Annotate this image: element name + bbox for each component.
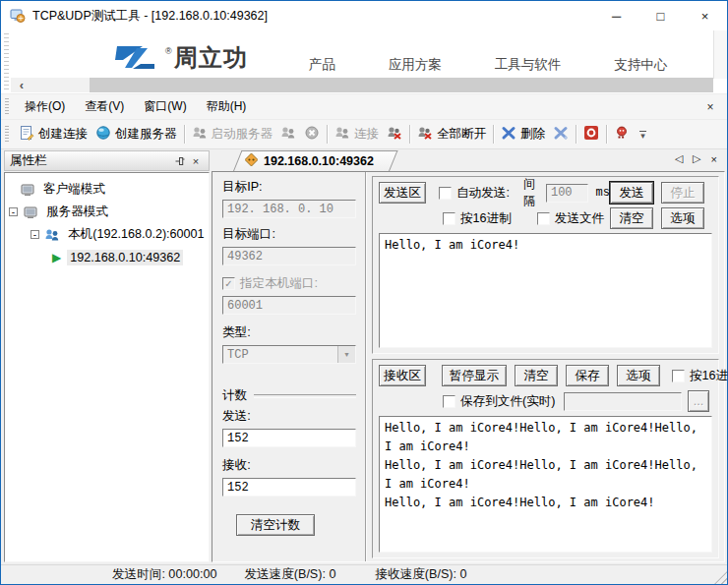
debug-tool-button[interactable] [610, 123, 634, 146]
send-file-label: 发送文件 [555, 210, 604, 227]
toolbar-grip[interactable] [5, 126, 9, 143]
menu-view[interactable]: 查看(V) [75, 94, 134, 119]
create-server-button[interactable]: 创建服务器 [91, 123, 181, 146]
debug-creature-icon [614, 125, 630, 144]
close-button[interactable]: × [683, 1, 727, 30]
toolbar-overflow-button[interactable]: ▾ [636, 131, 650, 139]
receive-area: 接收区 暂停显示 清空 保存 选项 按16进制 [372, 359, 719, 558]
sent-count-field[interactable]: 152 [222, 429, 356, 447]
pause-server-button[interactable] [276, 123, 300, 146]
scroll-left-arrow-icon[interactable]: ‹ [11, 78, 32, 92]
save-file-path-field[interactable] [564, 392, 682, 411]
tree-item-local-server[interactable]: - 本机(192.168.0.2):60001 [9, 223, 207, 246]
local-port-checkbox[interactable]: ✓ [222, 277, 235, 290]
receive-options-button[interactable]: 选项 [617, 365, 660, 386]
toolbar-separator [576, 125, 576, 144]
main-area: 属性栏 × 客户端模式 - 服务器模式 [1, 149, 727, 564]
browse-file-button[interactable]: ... [688, 390, 709, 412]
start-server-button[interactable]: 启动服务器 [188, 123, 277, 146]
clear-count-button[interactable]: 清空计数 [236, 514, 315, 536]
interval-field[interactable]: 100 [546, 184, 588, 203]
tree-item-connection[interactable]: ▶ 192.168.0.10:49362 [9, 246, 207, 268]
send-clear-button[interactable]: 清空 [610, 207, 653, 229]
nav-solutions[interactable]: 应用方案 [389, 56, 442, 74]
connect-button[interactable]: 连接 [331, 123, 383, 146]
nav-products[interactable]: 产品 [309, 56, 335, 74]
delete-all-button[interactable] [549, 123, 573, 146]
send-area: 发送区 自动发送: 间隔 100 ms 发送 停止 [372, 176, 719, 354]
stop-button[interactable]: 停止 [661, 182, 704, 204]
tab-scroll-left-icon[interactable]: ◁ [675, 152, 683, 165]
send-area-button[interactable]: 发送区 [379, 182, 426, 204]
menu-help[interactable]: 帮助(H) [197, 94, 257, 119]
stop-circle-icon [304, 125, 320, 144]
local-port-field[interactable]: 60001 [222, 296, 356, 315]
resize-grip[interactable] [714, 571, 727, 584]
send-options-button[interactable]: 选项 [661, 207, 704, 229]
server-users-icon [44, 227, 60, 243]
maximize-button[interactable]: □ [638, 1, 683, 30]
auto-send-checkbox[interactable] [439, 187, 452, 200]
chevron-down-icon[interactable]: ▼ [337, 346, 355, 363]
scrollbar-thumb[interactable] [90, 78, 713, 92]
stop-server-button[interactable] [300, 123, 324, 146]
menu-operation[interactable]: 操作(O) [15, 94, 75, 119]
tab-close-icon[interactable]: × [711, 153, 717, 165]
send-hex-label: 按16进制 [460, 210, 512, 227]
active-connection-play-icon: ▶ [52, 251, 61, 264]
type-select[interactable]: TCP ▼ [222, 345, 356, 364]
minimize-button[interactable]: ─ [594, 1, 638, 30]
target-port-field[interactable]: 49362 [222, 247, 356, 265]
menubar-close-icon[interactable]: × [700, 97, 720, 117]
disconnect-button[interactable] [383, 123, 406, 146]
disconnect-all-icon [417, 125, 433, 144]
toolbar-separator [327, 125, 328, 144]
window-title: TCP&UDP测试工具 - [192.168.0.10:49362] [32, 8, 594, 25]
receive-text-area[interactable]: Hello, I am iCore4!Hello, I am iCore4!He… [379, 416, 712, 553]
disconnect-all-button[interactable]: 全部断开 [413, 123, 490, 146]
zlg-logo[interactable]: ® 周立功 [107, 40, 248, 74]
receive-hex-label: 按16进制 [690, 368, 728, 384]
collapse-expander-icon[interactable]: - [9, 207, 18, 216]
send-file-checkbox[interactable] [537, 212, 550, 225]
save-to-file-checkbox[interactable] [443, 395, 455, 408]
nav-support[interactable]: 支持中心 [614, 56, 667, 74]
receive-hex-checkbox[interactable] [672, 370, 685, 382]
receive-area-button[interactable]: 接收区 [379, 365, 426, 386]
tab-scroll-right-icon[interactable]: ▷ [693, 152, 700, 165]
tree-item-server-mode[interactable]: - 服务器模式 [9, 201, 207, 223]
new-document-icon [19, 125, 34, 144]
delete-button[interactable]: 删除 [497, 123, 549, 146]
zlg-logo-icon [107, 40, 164, 74]
pause-display-button[interactable]: 暂停显示 [442, 365, 507, 386]
save-button[interactable]: 保存 [566, 365, 609, 386]
nav-tools-software[interactable]: 工具与软件 [495, 56, 562, 74]
menubar-grip[interactable] [5, 98, 9, 115]
pin-icon[interactable] [172, 153, 188, 169]
tab-connection[interactable]: 192.168.0.10:49362 [233, 150, 390, 171]
status-bar: 发送时间: 00:00:00 发送速度(B/S): 0 接收速度(B/S): 0 [1, 564, 727, 584]
scrollbar-track[interactable] [32, 78, 90, 92]
tab-label: 192.168.0.10:49362 [264, 154, 374, 168]
recv-count-field[interactable]: 152 [222, 478, 356, 497]
banner-horizontal-scrollbar[interactable]: ‹ [11, 78, 713, 92]
target-ip-field[interactable]: 192. 168. 0. 10 [222, 200, 356, 218]
stop-record-button[interactable] [579, 123, 603, 146]
toolbar-separator [606, 125, 607, 144]
title-bar: TCP&UDP测试工具 - [192.168.0.10:49362] ─ □ × [1, 1, 727, 30]
tree-item-label: 本机(192.168.0.2):60001 [65, 225, 208, 244]
property-panel: 属性栏 × 客户端模式 - 服务器模式 [1, 149, 211, 564]
panel-close-icon[interactable]: × [188, 153, 204, 169]
count-label: 计数 [222, 387, 247, 404]
send-button[interactable]: 发送 [610, 182, 653, 204]
send-hex-checkbox[interactable] [443, 212, 455, 225]
receive-clear-button[interactable]: 清空 [515, 365, 558, 386]
send-text-area[interactable]: Hello, I am iCore4! [379, 233, 712, 348]
menu-window[interactable]: 窗口(W) [134, 94, 196, 119]
banner-vertical-scrollbar[interactable] [713, 30, 727, 79]
connection-content: 目标IP: 192. 168. 0. 10 目标端口: 49362 ✓ 指定本机… [212, 171, 725, 562]
collapse-expander-icon[interactable]: - [30, 230, 39, 239]
tree-item-client-mode[interactable]: 客户端模式 [9, 178, 207, 201]
banner-grip [4, 33, 9, 90]
create-connection-button[interactable]: 创建连接 [15, 123, 91, 146]
